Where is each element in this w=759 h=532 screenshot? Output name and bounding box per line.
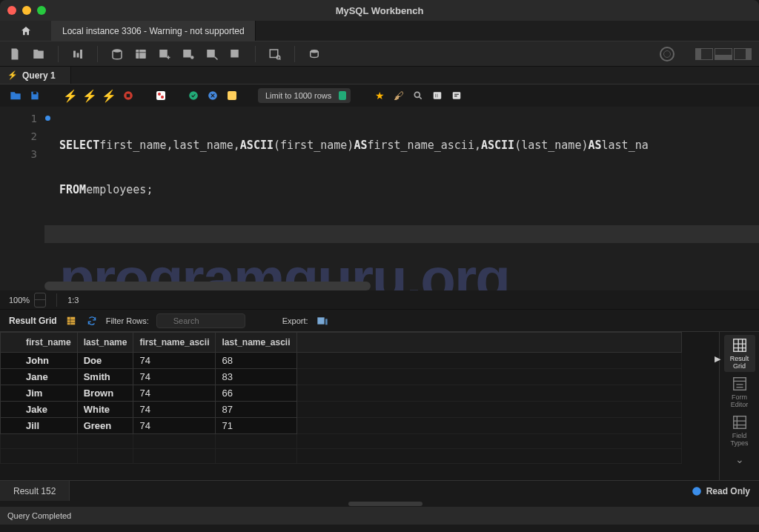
table-row[interactable]: JaneSmith7483 [1,369,682,385]
svg-rect-26 [733,377,746,390]
stop-icon[interactable] [122,89,135,102]
toggle-output-button[interactable] [715,48,732,60]
grid-view-icon[interactable] [64,314,78,327]
side-tab-result-grid[interactable]: Result Grid [724,335,755,372]
column-header[interactable]: last_name_ascii [216,333,296,353]
execute-icon[interactable]: ⚡ [64,89,77,102]
readonly-indicator: Read Only [692,481,750,501]
gear-icon[interactable] [660,47,675,61]
table-row[interactable]: JakeWhite7487 [1,402,682,418]
table-add-icon[interactable] [133,47,148,61]
query-tab[interactable]: ⚡ Query 1 [0,67,71,84]
zoom-stepper[interactable]: 100% [9,293,46,307]
func-add-icon[interactable] [228,47,243,61]
grid-area: first_name last_name first_name_ascii la… [0,332,759,480]
zoom-level: 100% [9,296,30,305]
invisible-chars-icon[interactable] [431,89,444,102]
export-label: Export: [282,316,308,325]
readonly-icon [692,486,702,496]
proc-add-icon[interactable] [205,47,219,61]
svg-rect-22 [67,316,75,325]
cursor-position: 1:3 [67,296,79,305]
status-text: Query Completed [7,511,71,520]
svg-rect-13 [156,91,165,100]
line-number-gutter: 1 2 3 [0,107,44,290]
sql-editor[interactable]: 1 2 3 SELECT first_name, last_name, ASCI… [0,107,759,290]
column-headers: first_name last_name first_name_ascii la… [1,333,682,353]
column-header[interactable]: first_name_ascii [133,333,216,353]
toggle-secondary-button[interactable] [734,48,752,60]
svg-rect-6 [231,50,239,58]
side-tabs: Result Grid Form Editor Field Types ⌄ [719,332,759,480]
table-row[interactable]: JimBrown7466 [1,385,682,402]
svg-rect-18 [228,91,236,100]
svg-rect-24 [317,317,324,324]
result-toolbar: Result Grid Filter Rows: Export: [0,310,759,332]
execute-current-icon[interactable]: ⚡ [83,89,96,102]
word-wrap-icon[interactable] [450,89,463,102]
svg-rect-10 [33,92,37,95]
beautify-icon[interactable]: ★ [373,89,386,102]
svg-rect-27 [733,416,746,428]
home-tab[interactable] [0,21,52,41]
result-grid[interactable]: first_name last_name first_name_ascii la… [0,332,719,480]
search-icon[interactable] [411,89,425,102]
column-header-blank [296,333,681,353]
result-tab[interactable]: Result 152 [0,481,70,501]
search-table-icon[interactable] [268,47,282,61]
svg-point-4 [190,56,194,59]
table-row[interactable]: JillGreen7471 [1,418,682,434]
chevron-down-icon[interactable]: ⌄ [735,453,744,465]
connection-tabstrip: Local instance 3306 - Warning - not supp… [0,21,759,41]
open-sql-file-icon[interactable] [31,47,46,61]
grid-icon [732,337,748,353]
result-tab-label: Result 152 [13,486,56,496]
side-tab-form-editor[interactable]: Form Editor [724,373,755,410]
commit-icon[interactable] [187,89,200,102]
table-row-empty [1,434,682,449]
editor-toolbar: ⚡ ⚡ ⚡ Limit to 1000 rows ★ 🖌 [0,84,759,107]
table-plus-icon[interactable] [157,47,172,61]
db-add-icon[interactable] [110,47,125,61]
bottom-scrollbar[interactable] [0,501,759,507]
rollback-icon[interactable] [206,89,219,102]
refresh-icon[interactable] [85,314,99,327]
explain-icon[interactable]: ⚡ [102,89,116,102]
column-header[interactable]: last_name [77,333,133,353]
sql-body[interactable]: SELECT first_name, last_name, ASCII(firs… [44,107,759,290]
query-tabstrip: ⚡ Query 1 [0,67,759,84]
stepper-icon[interactable] [34,293,46,307]
table-row[interactable]: JohnDoe7468 [1,353,682,369]
readonly-label: Read Only [706,486,750,496]
export-icon[interactable] [316,314,329,327]
svg-rect-5 [207,50,215,58]
toggle-sidebar-button[interactable] [695,48,713,60]
filter-rows-label: Filter Rows: [106,316,149,325]
result-grid-label: Result Grid [9,316,57,326]
svg-point-19 [415,92,420,97]
column-header[interactable]: first_name [1,333,78,353]
save-file-icon[interactable] [28,89,42,102]
svg-point-14 [158,93,161,96]
find-icon[interactable]: 🖌 [392,89,405,102]
side-tab-field-types[interactable]: Field Types [724,412,755,449]
row-limit-label: Limit to 1000 rows [265,91,331,100]
view-add-icon[interactable] [181,47,196,61]
connection-tab[interactable]: Local instance 3306 - Warning - not supp… [52,21,256,41]
row-limit-dropdown[interactable]: Limit to 1000 rows [258,88,351,103]
editor-scrollbar[interactable] [44,282,371,290]
table-row-empty [1,449,682,464]
panel-toggles [695,48,752,60]
svg-rect-2 [159,50,168,58]
svg-rect-25 [733,339,746,351]
chevron-right-icon[interactable]: ▶ [715,354,720,364]
reconnect-icon[interactable] [307,47,322,61]
query-tab-label: Query 1 [22,70,56,81]
open-file-icon[interactable] [9,89,22,102]
toggle-whitespace-icon[interactable] [225,89,239,102]
toggle-autocommit-icon[interactable] [154,89,168,102]
filter-rows-input[interactable] [156,313,245,328]
home-icon [20,25,32,37]
inspector-icon[interactable] [70,47,85,61]
new-sql-file-icon[interactable] [7,47,22,61]
